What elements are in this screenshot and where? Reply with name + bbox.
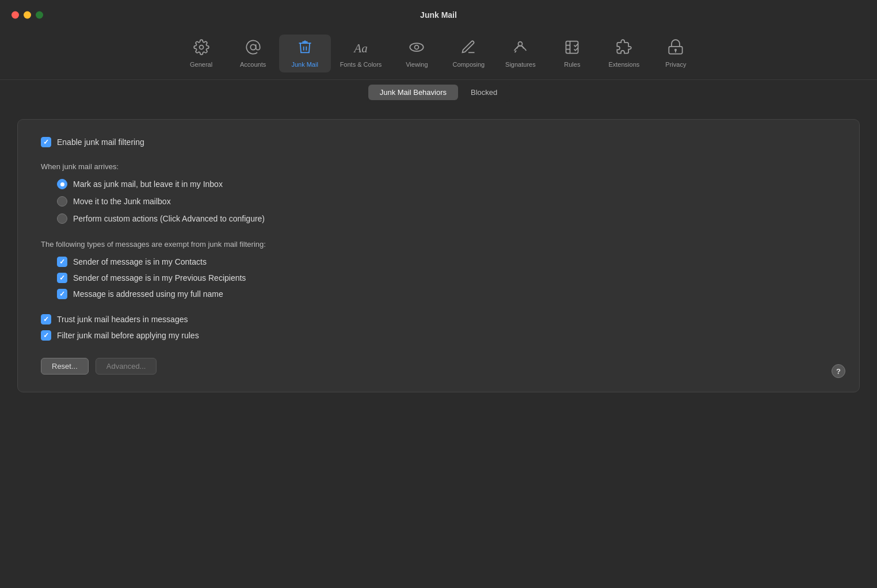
privacy-icon	[668, 39, 684, 58]
enable-junk-row: ✓ Enable junk mail filtering	[41, 137, 836, 147]
close-button[interactable]	[12, 12, 19, 19]
segment-control: Junk Mail Behaviors Blocked	[17, 83, 860, 102]
main-content: Junk Mail Behaviors Blocked ✓ Enable jun…	[0, 80, 877, 404]
radio-mark-junk[interactable]	[57, 179, 67, 189]
previous-recipients-label: Sender of message is in my Previous Reci…	[73, 273, 246, 282]
toolbar-item-extensions[interactable]: Extensions	[598, 35, 650, 72]
toolbar-junk-label: Junk Mail	[291, 61, 318, 68]
toolbar-item-rules[interactable]: Rules	[546, 35, 598, 72]
radio-move-junk-label: Move it to the Junk mailbox	[73, 197, 171, 206]
window-title: Junk Mail	[420, 10, 457, 20]
toolbar-item-accounts[interactable]: Accounts	[227, 35, 279, 72]
signatures-icon	[512, 39, 528, 58]
previous-recipients-row: ✓ Sender of message is in my Previous Re…	[57, 273, 836, 283]
radio-mark-junk-label: Mark as junk mail, but leave it in my In…	[73, 180, 223, 189]
toolbar-composing-label: Composing	[453, 61, 485, 68]
gear-icon	[193, 39, 209, 58]
enable-junk-checkbox[interactable]: ✓	[41, 137, 51, 147]
checkmark-fullname: ✓	[59, 291, 65, 297]
toolbar-item-privacy[interactable]: Privacy	[650, 35, 701, 72]
fonts-icon: Aa	[353, 39, 369, 58]
toolbar-privacy-label: Privacy	[665, 61, 686, 68]
extensions-icon	[616, 39, 632, 58]
radio-row-1: Mark as junk mail, but leave it in my In…	[57, 179, 836, 189]
traffic-lights	[12, 12, 43, 19]
filter-before-rules-row: ✓ Filter junk mail before applying my ru…	[41, 330, 836, 341]
toolbar-general-label: General	[190, 61, 212, 68]
trust-headers-label: Trust junk mail headers in messages	[57, 315, 188, 324]
full-name-checkbox[interactable]: ✓	[57, 289, 67, 299]
checkmark-icon: ✓	[43, 139, 49, 146]
full-name-row: ✓ Message is addressed using my full nam…	[57, 289, 836, 299]
at-icon	[245, 39, 261, 58]
checkmark-recipients: ✓	[59, 274, 65, 281]
svg-rect-7	[566, 41, 578, 54]
toolbar-item-signatures[interactable]: Signatures	[494, 35, 546, 72]
toolbar-viewing-label: Viewing	[406, 61, 428, 68]
contacts-checkbox[interactable]: ✓	[57, 257, 67, 267]
toolbar-fonts-label: Fonts & Colors	[340, 61, 382, 68]
radio-row-2: Move it to the Junk mailbox	[57, 196, 836, 207]
contacts-row: ✓ Sender of message is in my Contacts	[57, 257, 836, 267]
toolbar-item-viewing[interactable]: Viewing	[391, 35, 443, 72]
rules-icon	[564, 39, 580, 58]
radio-row-3: Perform custom actions (Click Advanced t…	[57, 213, 836, 224]
svg-text:Aa: Aa	[353, 41, 367, 55]
advanced-button[interactable]: Advanced...	[96, 358, 157, 375]
svg-point-6	[518, 42, 523, 46]
trust-headers-checkbox[interactable]: ✓	[41, 314, 51, 324]
trust-headers-row: ✓ Trust junk mail headers in messages	[41, 314, 836, 324]
reset-button[interactable]: Reset...	[41, 358, 89, 375]
svg-point-9	[675, 49, 676, 51]
maximize-button[interactable]	[36, 12, 43, 19]
title-bar: Junk Mail	[0, 0, 877, 30]
radio-custom-label: Perform custom actions (Click Advanced t…	[73, 214, 265, 223]
toolbar: General Accounts Junk Mail Aa	[0, 30, 877, 80]
checkmark-contacts: ✓	[59, 258, 65, 265]
when-arrives-label: When junk mail arrives:	[41, 162, 836, 171]
radio-move-junk[interactable]	[57, 196, 67, 207]
svg-point-1	[250, 44, 256, 49]
composing-icon	[460, 39, 476, 58]
help-button[interactable]: ?	[832, 364, 845, 378]
filter-before-rules-checkbox[interactable]: ✓	[41, 330, 51, 341]
svg-point-0	[199, 45, 203, 49]
segment-junk-behaviors[interactable]: Junk Mail Behaviors	[368, 85, 458, 100]
filter-before-rules-label: Filter junk mail before applying my rule…	[57, 331, 199, 340]
svg-point-4	[410, 43, 424, 51]
segment-wrapper: Junk Mail Behaviors Blocked	[367, 83, 511, 102]
exempt-label: The following types of messages are exem…	[41, 240, 836, 249]
toolbar-item-fonts-colors[interactable]: Aa Fonts & Colors	[331, 35, 391, 72]
enable-junk-label: Enable junk mail filtering	[57, 138, 144, 147]
bottom-buttons: Reset... Advanced...	[41, 358, 836, 375]
segment-blocked[interactable]: Blocked	[459, 85, 509, 100]
toolbar-accounts-label: Accounts	[240, 61, 266, 68]
radio-custom-actions[interactable]	[57, 213, 67, 224]
previous-recipients-checkbox[interactable]: ✓	[57, 273, 67, 283]
toolbar-item-junk-mail[interactable]: Junk Mail	[279, 35, 331, 72]
checkmark-filter: ✓	[43, 332, 49, 339]
settings-panel: ✓ Enable junk mail filtering When junk m…	[17, 119, 860, 392]
checkmark-trust: ✓	[43, 316, 49, 323]
junk-mail-icon	[297, 39, 313, 58]
toolbar-item-general[interactable]: General	[176, 35, 227, 72]
svg-point-5	[415, 45, 419, 49]
viewing-icon	[409, 39, 425, 58]
toolbar-rules-label: Rules	[564, 61, 580, 68]
toolbar-item-composing[interactable]: Composing	[443, 35, 494, 72]
toolbar-signatures-label: Signatures	[505, 61, 536, 68]
full-name-label: Message is addressed using my full name	[73, 289, 223, 299]
toolbar-extensions-label: Extensions	[608, 61, 639, 68]
contacts-label: Sender of message is in my Contacts	[73, 257, 207, 266]
minimize-button[interactable]	[24, 12, 31, 19]
